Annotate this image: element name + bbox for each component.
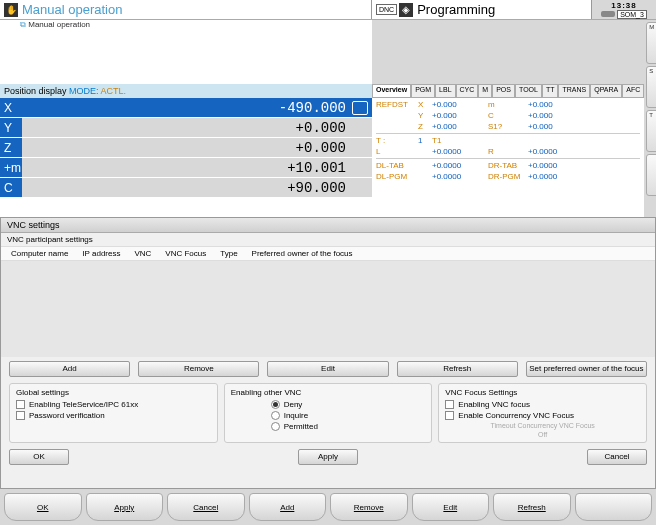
dnc-badge: DNC (376, 4, 397, 15)
checkbox-row[interactable]: Password verification (16, 411, 211, 420)
axis-value: +0.000 (22, 118, 372, 137)
overview-tabs: OverviewPGMLBLCYCMPOSTOOLTTTRANSQPARAAFC (372, 84, 644, 98)
axis-row-m[interactable]: +m+10.001 (0, 158, 372, 177)
axis-row-Y[interactable]: Y+0.000 (0, 118, 372, 137)
overview-row: REFDSTX+0.000m+0.000 (376, 99, 640, 110)
arrow-icon: ◈ (399, 3, 413, 17)
tab-tt[interactable]: TT (542, 84, 559, 98)
softkey-edit[interactable]: Edit (412, 493, 490, 521)
radio-row[interactable]: Permitted (271, 422, 426, 431)
som-badge: SOM_3 (601, 10, 647, 19)
mode-title: Manual operation (22, 2, 122, 17)
prog-area: DNC ◈ Programming (372, 0, 592, 19)
axis-label: Y (0, 118, 22, 137)
overview-dl-row: DL-PGM+0.0000DR-PGM+0.0000 (376, 171, 640, 182)
radio-row[interactable]: Inquire (271, 411, 426, 420)
side-toolbar: MST (644, 20, 656, 217)
vnc-col-header: VNC Focus (165, 249, 206, 258)
tab-trans[interactable]: TRANS (558, 84, 590, 98)
radio-label: Inquire (284, 411, 308, 420)
focus-settings-title: VNC Focus Settings (445, 388, 640, 397)
cancel-button[interactable]: Cancel (587, 449, 647, 465)
softkey-empty (575, 493, 653, 521)
axis-value: +90.000 (22, 178, 372, 197)
checkbox-icon (16, 411, 25, 420)
axis-label: X (0, 98, 22, 117)
axis-value: +10.001 (22, 158, 372, 177)
tab-qpara[interactable]: QPARA (590, 84, 622, 98)
tab-lbl[interactable]: LBL (435, 84, 455, 98)
tab-tool[interactable]: TOOL (515, 84, 542, 98)
side-tag: M (649, 24, 654, 30)
side-button-M[interactable]: M (646, 22, 656, 64)
vnc-table-header: Computer nameIP addressVNCVNC FocusTypeP… (1, 246, 655, 261)
checkbox-icon (445, 400, 454, 409)
radio-label: Permitted (284, 422, 318, 431)
position-header: Position display MODE: ACTL. (0, 84, 372, 98)
tab-afc[interactable]: AFC (622, 84, 644, 98)
side-button-3[interactable] (646, 154, 656, 196)
checkbox-row[interactable]: Enabling TeleService/IPC 61xx (16, 400, 211, 409)
checkbox-icon (445, 411, 454, 420)
apply-button[interactable]: Apply (298, 449, 358, 465)
checkbox-label: Enabling VNC focus (458, 400, 530, 409)
checkbox-label: Enabling TeleService/IPC 61xx (29, 400, 138, 409)
mode-area: ✋ Manual operation (0, 0, 372, 19)
vnc-settings-window: VNC settings VNC participant settings Co… (0, 217, 656, 489)
vnc-remove-button[interactable]: Remove (138, 361, 259, 377)
manual-mode-icon: ✋ (4, 3, 18, 17)
vnc-focus-box: VNC Focus Settings Enabling VNC focusEna… (438, 383, 647, 443)
ok-button[interactable]: OK (9, 449, 69, 465)
vnc-set-preferred-owner-of-the-focus-button[interactable]: Set preferred owner of the focus (526, 361, 647, 377)
vnc-col-header: Computer name (11, 249, 68, 258)
softkey-apply[interactable]: Apply (86, 493, 164, 521)
softkey-add[interactable]: Add (249, 493, 327, 521)
vnc-window-title: VNC settings (1, 218, 655, 233)
side-button-S[interactable]: S (646, 66, 656, 108)
checkbox-label: Enable Concurrency VNC Focus (458, 411, 574, 420)
vnc-participant-list[interactable] (1, 261, 655, 357)
overview-row: Z+0.000S1?+0.000 (376, 121, 640, 132)
sub-title: ⧉ Manual operation (20, 20, 90, 30)
overview-l-row: L+0.0000R+0.0000 (376, 146, 640, 157)
softkey-bar: OKApplyCancelAddRemoveEditRefresh (0, 489, 656, 525)
radio-icon (271, 400, 280, 409)
radio-icon (271, 422, 280, 431)
vnc-col-header: Preferred owner of the focus (252, 249, 353, 258)
radio-row[interactable]: Deny (271, 400, 426, 409)
enabling-other-vnc-box: Enabling other VNC DenyInquirePermitted (224, 383, 433, 443)
focus-timeout-label: Timeout Concurrency VNC Focus (445, 422, 640, 429)
global-settings-box: Global settings Enabling TeleService/IPC… (9, 383, 218, 443)
vnc-refresh-button[interactable]: Refresh (397, 361, 518, 377)
axis-row-C[interactable]: C+90.000 (0, 178, 372, 197)
tab-cyc[interactable]: CYC (456, 84, 479, 98)
vnc-col-header: VNC (134, 249, 151, 258)
softkey-refresh[interactable]: Refresh (493, 493, 571, 521)
tab-overview[interactable]: Overview (372, 84, 411, 98)
vnc-edit-button[interactable]: Edit (267, 361, 388, 377)
vnc-col-header: IP address (82, 249, 120, 258)
axis-label: +m (0, 158, 22, 177)
title-bar: ✋ Manual operation DNC ◈ Programming 13:… (0, 0, 656, 20)
softkey-cancel[interactable]: Cancel (167, 493, 245, 521)
tab-m[interactable]: M (478, 84, 492, 98)
side-tag: S (649, 68, 653, 74)
side-button-T[interactable]: T (646, 110, 656, 152)
tab-pos[interactable]: POS (492, 84, 515, 98)
prog-title: Programming (417, 2, 495, 17)
softkey-ok[interactable]: OK (4, 493, 82, 521)
axis-row-Z[interactable]: Z+0.000 (0, 138, 372, 157)
checkbox-label: Password verification (29, 411, 105, 420)
radio-label: Deny (284, 400, 303, 409)
axis-row-X[interactable]: X-490.000 (0, 98, 372, 117)
overview-panel: OverviewPGMLBLCYCMPOSTOOLTTTRANSQPARAAFC… (372, 20, 644, 217)
axis-value: +0.000 (22, 138, 372, 157)
position-panel: Position display MODE: ACTL. X-490.000Y+… (0, 20, 372, 217)
checkbox-row[interactable]: Enabling VNC focus (445, 400, 640, 409)
vnc-add-button[interactable]: Add (9, 361, 130, 377)
radio-icon (271, 411, 280, 420)
tab-pgm[interactable]: PGM (411, 84, 435, 98)
checkbox-row[interactable]: Enable Concurrency VNC Focus (445, 411, 640, 420)
softkey-remove[interactable]: Remove (330, 493, 408, 521)
checkbox-icon (16, 400, 25, 409)
